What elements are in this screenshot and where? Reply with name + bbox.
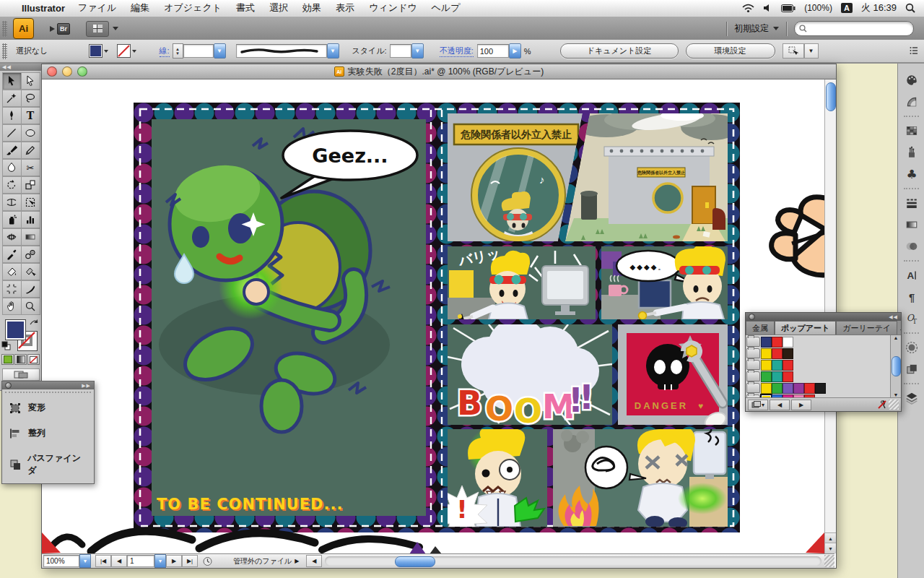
battery-icon[interactable] — [781, 4, 796, 12]
panel-close-button[interactable] — [5, 382, 12, 389]
character-panel-icon[interactable]: A — [898, 264, 924, 286]
wifi-icon[interactable] — [742, 4, 754, 13]
menu-ヘルプ[interactable]: ヘルプ — [432, 1, 461, 14]
swatch-chip[interactable] — [772, 371, 783, 382]
tool-rotate[interactable] — [2, 176, 22, 194]
swatch-folder-icon[interactable] — [746, 371, 760, 381]
menu-効果[interactable]: 効果 — [302, 1, 321, 14]
swatch-folder-icon[interactable] — [746, 348, 760, 358]
swatch-scroll-thumb[interactable] — [892, 356, 901, 376]
tool-pen[interactable] — [2, 107, 22, 124]
drawing-mode-button[interactable] — [2, 368, 40, 381]
prev-library-button[interactable]: ◀ — [770, 400, 790, 410]
status-text[interactable]: 管理外のファイル — [233, 556, 292, 566]
illustrator-logo[interactable]: Ai — [13, 18, 34, 39]
menu-オブジェクト[interactable]: オブジェクト — [164, 1, 222, 14]
tool-blend[interactable] — [21, 246, 40, 263]
opentype-panel-icon[interactable]: OT — [898, 308, 924, 329]
swatch-panel-close[interactable] — [749, 314, 755, 320]
tool-width[interactable] — [2, 194, 22, 211]
tool-pencil[interactable] — [21, 142, 40, 159]
brush-definition-field[interactable] — [236, 44, 327, 58]
swatch-chip[interactable] — [761, 337, 772, 348]
swatch-chip[interactable] — [815, 383, 826, 394]
swatch-scroll-down[interactable]: ▼ — [894, 392, 899, 397]
arrange-documents-button[interactable] — [86, 21, 109, 37]
window-resize-grip[interactable] — [824, 555, 834, 567]
swatch-chip[interactable] — [783, 394, 793, 398]
opacity-link[interactable]: 不透明度: — [440, 46, 474, 57]
swatch-chip[interactable] — [761, 383, 772, 394]
tool-slice[interactable] — [21, 280, 40, 298]
panel-options-icon[interactable] — [910, 46, 924, 56]
arrange-documents-caret[interactable] — [113, 27, 118, 30]
prev-artboard-button[interactable]: ◀ — [111, 555, 127, 567]
swatch-folder-icon[interactable] — [746, 394, 760, 397]
tool-symbol-sprayer[interactable] — [2, 211, 22, 228]
swatch-chip[interactable] — [783, 337, 793, 348]
tool-magic-wand[interactable] — [2, 90, 22, 107]
fill-color-swatch[interactable] — [89, 44, 103, 58]
swatch-chip[interactable] — [772, 348, 783, 359]
hand-artwork[interactable] — [772, 197, 824, 289]
swatch-scrollbar[interactable]: ▲ ▼ — [890, 335, 901, 397]
last-artboard-button[interactable]: ▶| — [182, 555, 198, 567]
swatch-folder-icon[interactable] — [746, 337, 760, 347]
tool-live-paint-bucket[interactable] — [2, 263, 22, 280]
swatch-chip[interactable] — [761, 348, 772, 359]
default-fill-stroke-icon[interactable] — [1, 341, 11, 350]
swatch-panel-menu[interactable] — [897, 328, 901, 335]
tool-scissors[interactable]: ✂ — [21, 159, 40, 176]
scroll-down-button[interactable]: ▼ — [825, 543, 836, 553]
color-panel-icon[interactable] — [898, 69, 924, 91]
next-library-button[interactable]: ▶ — [791, 400, 811, 410]
gradient-panel-icon[interactable] — [898, 214, 924, 236]
tool-free-transform[interactable] — [21, 194, 40, 211]
swatch-panel-collapse[interactable]: ◀◀ — [889, 314, 898, 320]
menu-編集[interactable]: 編集 — [131, 1, 149, 14]
stroke-weight-field[interactable] — [183, 44, 214, 58]
align-panel-item[interactable]: 整列 — [2, 420, 94, 446]
brushes-panel-icon[interactable] — [898, 142, 924, 163]
swatch-chip[interactable] — [793, 383, 804, 394]
stroke-link[interactable]: 線: — [160, 46, 170, 57]
panel-collapse[interactable]: ▶▶ — [82, 383, 91, 389]
horizontal-scroll-thumb[interactable] — [395, 556, 435, 567]
hscroll-left-button[interactable]: ◀ — [306, 555, 322, 567]
tool-line-segment[interactable] — [2, 124, 22, 142]
graphic-styles-panel-icon[interactable] — [898, 358, 924, 380]
tools-collapse[interactable]: ◀◀ — [0, 64, 41, 71]
none-mode-button[interactable] — [27, 354, 40, 365]
swatch-folder-icon[interactable] — [746, 360, 760, 370]
stroke-weight-stepper[interactable]: ▲▼ — [173, 43, 183, 59]
swatch-chip[interactable] — [772, 394, 783, 398]
next-artboard-button[interactable]: ▶ — [166, 555, 182, 567]
stroke-caret[interactable] — [132, 50, 136, 53]
tool-direct-selection[interactable] — [21, 72, 40, 90]
appearance-panel-icon[interactable] — [898, 337, 924, 358]
symbols-panel-icon[interactable]: ♣ — [898, 163, 924, 185]
style-field[interactable] — [390, 44, 411, 58]
swatch-chip[interactable] — [793, 394, 804, 398]
preferences-button[interactable]: 環境設定 — [686, 43, 775, 59]
volume-icon[interactable] — [763, 4, 772, 12]
tool-zoom[interactable] — [21, 298, 40, 315]
artboard-field[interactable]: 1 — [127, 555, 154, 567]
swatch-tab-ポップアート[interactable]: ポップアート — [775, 321, 836, 335]
artboard-caret[interactable]: ▼ — [154, 554, 166, 568]
stroke-color-swatch[interactable] — [117, 44, 131, 58]
spotlight-icon[interactable] — [905, 3, 915, 13]
swatch-resize-grip[interactable] — [889, 400, 899, 410]
swatch-chip[interactable] — [804, 394, 815, 398]
swatch-chip[interactable] — [772, 337, 783, 348]
swatch-tab-ガーリーテイ[interactable]: ガーリーテイ — [836, 321, 897, 335]
menu-clock[interactable]: 火 16:39 — [861, 1, 897, 14]
swatch-scroll-up[interactable]: ▲ — [894, 335, 899, 340]
tool-scale[interactable] — [21, 176, 40, 194]
tool-paintbrush[interactable] — [2, 142, 22, 159]
tool-selection[interactable] — [2, 72, 22, 90]
pathfinder-panel-item[interactable]: パスファインダ — [2, 446, 94, 483]
tool-ellipse[interactable] — [21, 124, 40, 142]
swatch-chip[interactable] — [772, 360, 783, 371]
tool-type[interactable]: T — [21, 107, 40, 124]
